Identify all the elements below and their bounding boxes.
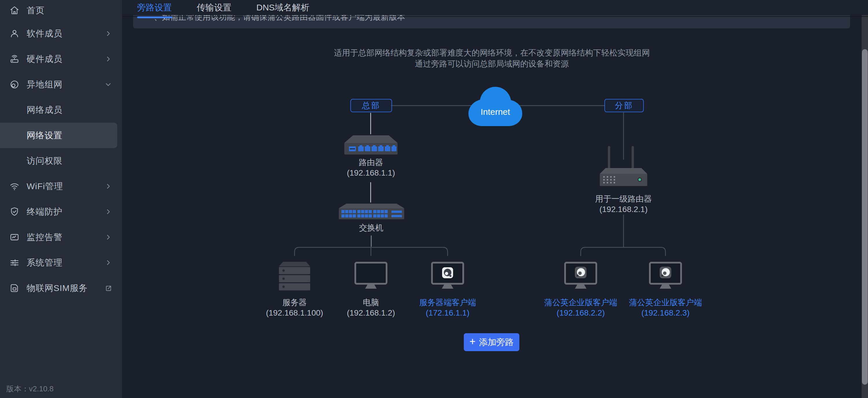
internet-label: Internet bbox=[467, 107, 524, 117]
chevron-right-icon bbox=[105, 30, 112, 37]
node-name: 服务器端客户端 bbox=[401, 297, 494, 308]
client1-label: 蒲公英企业版客户端 (192.168.2.2) bbox=[534, 297, 627, 318]
hq-router-label: 路由器 (192.168.1.1) bbox=[324, 157, 417, 178]
tab-bypass-settings[interactable]: 旁路设置 bbox=[137, 2, 172, 13]
sidebar-item-hardware-members[interactable]: 硬件成员 bbox=[0, 46, 122, 72]
wifi-icon bbox=[9, 181, 20, 192]
sidebar-item-network-members[interactable]: 网络成员 bbox=[0, 97, 122, 123]
hq-tag-label: 总部 bbox=[362, 100, 380, 111]
branch-tag: 分部 bbox=[604, 99, 644, 112]
intro-line2: 通过旁路可以访问总部局域网的设备和资源 bbox=[122, 59, 862, 69]
tab-bar: 旁路设置 传输设置 DNS域名解析 bbox=[122, 0, 868, 15]
add-bypass-label: 添加旁路 bbox=[479, 336, 514, 348]
app-version: 版本：v2.10.8 bbox=[6, 384, 54, 394]
hq-tag: 总部 bbox=[350, 99, 392, 112]
sidebar-item-remote-networking[interactable]: 异地组网 bbox=[0, 72, 122, 97]
node-name: 蒲公英企业版客户端 bbox=[534, 297, 627, 308]
client2-label: 蒲公英企业版客户端 (192.168.2.3) bbox=[619, 297, 712, 318]
chevron-right-icon bbox=[105, 208, 112, 215]
sidebar-item-label: 监控告警 bbox=[27, 231, 62, 243]
branch-tag-label: 分部 bbox=[615, 100, 633, 111]
add-bypass-button[interactable]: + 添加旁路 bbox=[464, 333, 519, 351]
chevron-right-icon bbox=[105, 183, 112, 190]
chevron-right-icon bbox=[105, 56, 112, 63]
server-client-icon bbox=[431, 262, 464, 291]
sidebar-item-iot-sim-service[interactable]: 物联网SIM服务 bbox=[0, 275, 122, 301]
node-name: 路由器 bbox=[324, 157, 417, 168]
sidebar-item-software-members[interactable]: 软件成员 bbox=[0, 21, 122, 46]
header-divider bbox=[122, 16, 868, 17]
switch-label: 交换机 bbox=[325, 223, 417, 233]
sidebar-item-system-management[interactable]: 系统管理 bbox=[0, 250, 122, 275]
intro-text: 适用于总部网络结构复杂或部署难度大的网络环境，在不改变原网络结构下轻松实现组网 … bbox=[122, 47, 862, 69]
sidebar-item-label: 终端防护 bbox=[27, 206, 62, 218]
sidebar-item-label: WiFi管理 bbox=[27, 180, 63, 192]
branch-router-label: 用于一级路由器 (192.168.2.1) bbox=[577, 194, 670, 214]
notice-banner: 一、如需正常使用该功能，请确保蒲公英路由器固件或客户端为最新版本 bbox=[133, 15, 850, 28]
node-ip: (192.168.2.3) bbox=[619, 308, 712, 318]
hq-router-icon bbox=[343, 135, 399, 157]
sidebar-item-label: 访问权限 bbox=[27, 155, 62, 167]
sidebar-item-label: 网络设置 bbox=[27, 130, 62, 141]
chevron-right-icon bbox=[105, 234, 112, 241]
active-tab-underline bbox=[137, 16, 173, 18]
user-icon bbox=[9, 28, 20, 39]
sidebar-item-label: 软件成员 bbox=[27, 28, 62, 40]
sidebar-item-label: 物联网SIM服务 bbox=[27, 282, 88, 294]
sidebar-item-home[interactable]: 首页 bbox=[0, 0, 122, 21]
sidebar-item-label: 异地组网 bbox=[27, 79, 62, 91]
sidebar-item-label: 首页 bbox=[27, 5, 44, 16]
home-icon bbox=[9, 5, 20, 15]
pc-icon bbox=[354, 262, 388, 291]
node-ip: (192.168.1.1) bbox=[324, 168, 417, 178]
node-ip: (192.168.2.2) bbox=[534, 308, 627, 318]
node-ip: (172.16.1.1) bbox=[401, 308, 494, 318]
client1-icon bbox=[564, 262, 597, 291]
sim-card-icon bbox=[9, 283, 20, 293]
sidebar-item-access-permissions[interactable]: 访问权限 bbox=[0, 148, 122, 173]
sidebar-item-terminal-protection[interactable]: 终端防护 bbox=[0, 199, 122, 225]
sidebar-item-label: 网络成员 bbox=[27, 104, 62, 116]
network-orbit-icon bbox=[9, 79, 20, 90]
chevron-down-icon bbox=[105, 81, 112, 88]
node-name: 用于一级路由器 bbox=[577, 194, 670, 204]
version-label: 版本： bbox=[6, 385, 29, 393]
scrollbar-thumb[interactable] bbox=[862, 49, 868, 385]
server-client-label: 服务器端客户端 (172.16.1.1) bbox=[401, 297, 494, 318]
chevron-right-icon bbox=[105, 259, 112, 266]
intro-line1: 适用于总部网络结构复杂或部署难度大的网络环境，在不改变原网络结构下轻松实现组网 bbox=[122, 47, 862, 59]
sidebar-item-network-settings[interactable]: 网络设置 bbox=[0, 123, 117, 148]
branch-router-icon bbox=[599, 145, 648, 190]
node-ip: (192.168.2.1) bbox=[577, 204, 670, 214]
switch-icon bbox=[338, 203, 405, 222]
internet-cloud: Internet bbox=[467, 86, 524, 127]
cloud-icon bbox=[467, 86, 524, 127]
node-name: 蒲公英企业版客户端 bbox=[619, 297, 712, 308]
tab-transfer-settings[interactable]: 传输设置 bbox=[197, 2, 231, 13]
plus-icon: + bbox=[469, 337, 475, 346]
sidebar-item-label: 硬件成员 bbox=[27, 53, 62, 65]
sidebar-item-monitoring-alerts[interactable]: 监控告警 bbox=[0, 225, 122, 250]
router-device-icon bbox=[9, 54, 20, 64]
external-link-icon bbox=[105, 285, 112, 292]
node-name: 交换机 bbox=[325, 223, 417, 233]
version-value: v2.10.8 bbox=[29, 385, 54, 393]
sidebar: 首页 软件成员 硬件成员 异地组 bbox=[0, 0, 122, 398]
server-icon bbox=[277, 261, 312, 292]
monitor-chart-icon bbox=[9, 232, 20, 242]
sidebar-item-wifi-management[interactable]: WiFi管理 bbox=[0, 173, 122, 199]
sliders-icon bbox=[9, 258, 20, 268]
client2-icon bbox=[649, 262, 682, 291]
sidebar-item-label: 系统管理 bbox=[27, 257, 62, 269]
tab-dns-resolution[interactable]: DNS域名解析 bbox=[256, 2, 309, 13]
content-area: 一、如需正常使用该功能，请确保蒲公英路由器固件或客户端为最新版本 适用于总部网络… bbox=[122, 15, 862, 398]
shield-check-icon bbox=[9, 206, 20, 217]
